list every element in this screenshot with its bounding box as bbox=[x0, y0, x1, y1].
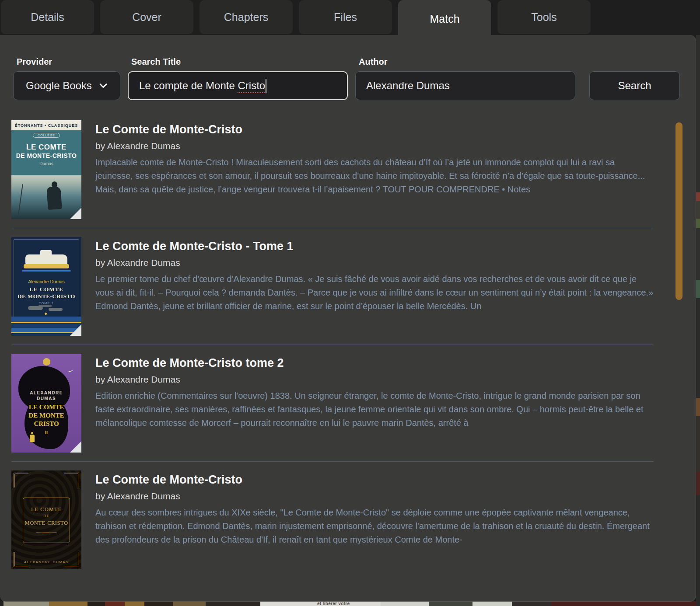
sea-line bbox=[22, 270, 71, 272]
page-curl bbox=[70, 208, 81, 219]
result-title: Le Comte de Monte-Cristo - Tome 1 bbox=[95, 240, 654, 253]
tab-match[interactable]: Match bbox=[398, 0, 491, 38]
cover-author: ALEXANDRE DUMAS bbox=[11, 560, 81, 564]
provider-selected-value: Google Books bbox=[26, 80, 92, 92]
search-result-item[interactable]: Alexandre Dumas LE COMTE DE MONTE-CRISTO… bbox=[11, 228, 654, 345]
background-cover-text: et libérer votre bbox=[317, 601, 350, 606]
cover-volume-numeral: II bbox=[11, 430, 81, 435]
result-meta: Le Comte de Monte-Cristo tome 2 by Alexa… bbox=[95, 354, 654, 453]
tab-details[interactable]: Details bbox=[1, 0, 94, 34]
book-cover-thumbnail: Alexandre Dumas LE COMTE DE MONTE-CRISTO… bbox=[11, 237, 81, 336]
author-input[interactable] bbox=[355, 71, 575, 100]
tab-tools[interactable]: Tools bbox=[497, 0, 591, 34]
search-result-item[interactable]: ÉTONNANTS • CLASSIQUES COLLÈGE LE COMTE … bbox=[11, 111, 654, 228]
book-cover-thumbnail: LE COMTE DE MONTE-CRISTO ALEXANDRE DUMAS bbox=[11, 470, 81, 569]
cover-author: DUMAS bbox=[11, 396, 81, 401]
search-button[interactable]: Search bbox=[589, 71, 680, 100]
tab-label: Chapters bbox=[224, 11, 268, 24]
match-results-list: ÉTONNANTS • CLASSIQUES COLLÈGE LE COMTE … bbox=[0, 111, 696, 578]
text-caret bbox=[266, 79, 266, 93]
scrollbar-thumb[interactable] bbox=[676, 122, 682, 300]
moon-dot bbox=[43, 358, 50, 366]
figure-silhouette bbox=[46, 186, 62, 210]
result-description: Le premier tome du chef d'œuvre d'Alexan… bbox=[95, 272, 654, 313]
match-panel: Provider Google Books Search Title Le co… bbox=[0, 35, 696, 602]
search-result-item[interactable]: ALEXANDRE DUMAS LE COMTE DE MONTE CRISTO… bbox=[11, 345, 654, 461]
ship-rigging-shape bbox=[18, 184, 23, 215]
book-cover-thumbnail: ALEXANDRE DUMAS LE COMTE DE MONTE CRISTO… bbox=[11, 354, 81, 453]
search-result-item[interactable]: LE COMTE DE MONTE-CRISTO ALEXANDRE DUMAS… bbox=[11, 461, 654, 578]
tab-label: Details bbox=[31, 11, 64, 24]
provider-field: Provider Google Books bbox=[13, 57, 120, 100]
corner-ornament bbox=[64, 473, 79, 488]
castle-illustration bbox=[25, 250, 67, 268]
cover-title: LE COMTE bbox=[11, 404, 81, 411]
bird-shape bbox=[68, 369, 73, 372]
result-description: Edition enrichie (Commentaires sur l'oeu… bbox=[95, 389, 654, 430]
page-curl bbox=[70, 324, 81, 336]
result-title: Le Comte de Monte-Cristo tome 2 bbox=[95, 356, 654, 370]
result-meta: Le Comte de Monte-Cristo by Alexandre Du… bbox=[95, 120, 654, 219]
result-description: Implacable comte de Monte-Cristo ! Mirac… bbox=[95, 156, 654, 196]
tab-label: Tools bbox=[531, 11, 556, 24]
figure-silhouette bbox=[30, 435, 35, 442]
chevron-down-icon bbox=[99, 81, 108, 90]
provider-select[interactable]: Google Books bbox=[13, 71, 120, 100]
cover-title: DE MONTE-CRISTO bbox=[11, 293, 81, 300]
cover-title: LE COMTE bbox=[11, 506, 81, 513]
cover-badge: COLLÈGE bbox=[33, 133, 60, 138]
tab-label: Files bbox=[334, 11, 357, 24]
search-title-field: Search Title Le compte de Monte Cristo bbox=[128, 57, 348, 100]
tab-chapters[interactable]: Chapters bbox=[200, 0, 293, 34]
tab-label: Cover bbox=[132, 11, 161, 24]
dialog-tabbar: Details Cover Chapters Files Match Tools bbox=[0, 0, 591, 35]
result-author: by Alexandre Dumas bbox=[95, 141, 654, 151]
search-title-text: Le compte de Monte bbox=[139, 80, 238, 92]
result-author: by Alexandre Dumas bbox=[95, 258, 654, 268]
background-page-bottom-edge: et libérer votre bbox=[0, 601, 700, 606]
result-title: Le Comte de Monte-Cristo bbox=[95, 473, 654, 487]
result-meta: Le Comte de Monte-Cristo - Tome 1 by Ale… bbox=[95, 237, 654, 336]
background-page-right-edge bbox=[696, 35, 700, 606]
cover-tome: TOME 1 bbox=[11, 301, 81, 305]
misspelled-word: Cristo bbox=[238, 80, 265, 92]
moon-dot bbox=[45, 313, 47, 315]
result-author: by Alexandre Dumas bbox=[95, 491, 654, 502]
cover-title: CRISTO bbox=[11, 420, 81, 428]
author-label: Author bbox=[359, 57, 575, 67]
cover-series-band: ÉTONNANTS • CLASSIQUES bbox=[11, 120, 81, 130]
tab-label: Match bbox=[430, 13, 459, 25]
cloud-shape bbox=[28, 306, 43, 310]
flourish-divider bbox=[35, 531, 57, 533]
search-title-input[interactable]: Le compte de Monte Cristo bbox=[128, 71, 348, 100]
result-title: Le Comte de Monte-Cristo bbox=[95, 123, 654, 136]
provider-label: Provider bbox=[17, 57, 120, 67]
corner-ornament bbox=[64, 552, 79, 567]
cover-title: DE bbox=[11, 514, 81, 518]
corner-ornament bbox=[14, 473, 28, 488]
cover-title: LE COMTE bbox=[11, 143, 81, 152]
cover-author: ALEXANDRE bbox=[11, 390, 81, 395]
cover-title: DE MONTE bbox=[11, 412, 81, 419]
match-search-form: Provider Google Books Search Title Le co… bbox=[0, 35, 696, 100]
book-cover-thumbnail: ÉTONNANTS • CLASSIQUES COLLÈGE LE COMTE … bbox=[11, 120, 81, 219]
result-description: Au cœur des sombres intrigues du XIXe si… bbox=[95, 506, 654, 547]
cover-title: LE COMTE bbox=[11, 286, 81, 293]
page-curl bbox=[70, 441, 81, 453]
cover-title: MONTE-CRISTO bbox=[11, 520, 81, 526]
author-field: Author bbox=[355, 57, 575, 100]
corner-ornament bbox=[14, 552, 28, 567]
tab-files[interactable]: Files bbox=[299, 0, 392, 34]
result-meta: Le Comte de Monte-Cristo by Alexandre Du… bbox=[95, 470, 654, 569]
result-author: by Alexandre Dumas bbox=[95, 374, 654, 385]
search-title-label: Search Title bbox=[131, 57, 348, 67]
cover-author: Alexandre Dumas bbox=[11, 279, 81, 284]
cover-title: DE MONTE-CRISTO bbox=[11, 152, 81, 159]
tab-cover[interactable]: Cover bbox=[100, 0, 193, 34]
cover-author: Dumas bbox=[11, 161, 81, 166]
